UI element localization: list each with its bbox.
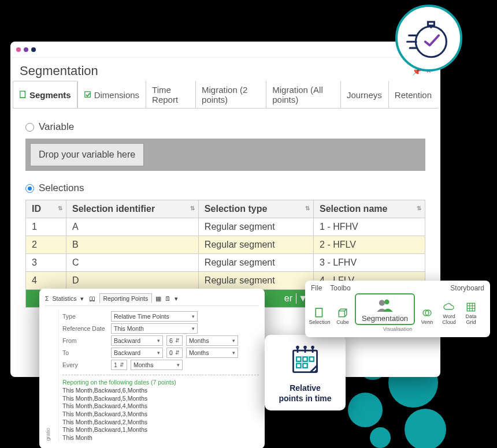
cell-name: 1 - HFHV [314, 218, 425, 236]
dimensions-icon [84, 91, 92, 99]
window-dot [31, 47, 36, 52]
ribbon-item-cube[interactable]: Cube [334, 307, 351, 325]
table-row[interactable]: 1ARegular segment1 - HFHV [26, 218, 425, 236]
sort-icon: ⇅ [305, 205, 310, 211]
tab-bar: Segments Dimensions Time Report Migratio… [13, 81, 438, 109]
tab-journeys[interactable]: Journeys [340, 81, 388, 108]
every-unit-select[interactable]: Months▾ [131, 360, 183, 370]
ribbon-item-segmentation[interactable]: Segmentation [355, 293, 415, 325]
side-label: gratio [45, 309, 59, 442]
select-value: Months [189, 349, 209, 356]
refdate-select[interactable]: This Month▾ [111, 323, 198, 334]
tab-label: Segments [29, 90, 71, 100]
ribbon-tab-storyboard[interactable]: Storyboard [450, 284, 484, 292]
col-type[interactable]: Selection type⇅ [198, 200, 313, 218]
ribbon-tab-file[interactable]: File [311, 284, 322, 292]
cell-id: 2 [26, 236, 66, 254]
report-date-item: This Month,Backward,2,Months [62, 419, 259, 427]
svg-rect-16 [296, 357, 301, 361]
calendar-icon[interactable]: 🗓 [165, 295, 171, 302]
ribbon-toolbar: File Toolbo Storyboard Selection Cube Se… [305, 281, 490, 337]
tab-migration-all[interactable]: Migration (All points) [266, 81, 340, 108]
selection-icon [314, 307, 325, 319]
field-label: To [62, 349, 107, 356]
relative-points-card: Relativepoints in time [265, 335, 346, 410]
col-name[interactable]: Selection name⇅ [314, 200, 425, 218]
from-unit-select[interactable]: Months▾ [186, 335, 238, 346]
variable-dropzone-wrap: Drop your variable here [25, 139, 425, 171]
cell-type: Regular segment [198, 236, 313, 254]
report-date-item: This Month [62, 434, 259, 442]
window-titlebar [10, 42, 440, 58]
input-value: 0 [169, 349, 173, 356]
select-value: Months [189, 337, 209, 344]
grid-icon[interactable]: ▦ [155, 295, 161, 302]
report-date-item: This Month,Backward,5,Months [62, 395, 259, 403]
tab-label: Migration (All points) [272, 85, 334, 104]
radio-variable[interactable]: Variable [25, 121, 425, 133]
stopwatch-icon [406, 16, 451, 61]
radio-selections[interactable]: Selections [25, 182, 425, 194]
to-n-input[interactable]: 0⇵ [166, 348, 183, 358]
sort-icon: ⇅ [58, 205, 62, 211]
tab-segments[interactable]: Segments [13, 81, 77, 108]
every-n-input[interactable]: 1⇵ [111, 360, 127, 370]
table-row[interactable]: 2BRegular segment2 - HFLV [26, 236, 425, 254]
cell-type: Regular segment [198, 254, 313, 272]
field-label: From [62, 337, 107, 344]
sort-icon: ⇅ [417, 205, 421, 211]
from-dir-select[interactable]: Backward▾ [111, 335, 163, 346]
col-ident[interactable]: Selection identifier⇅ [66, 200, 199, 218]
variable-dropzone[interactable]: Drop your variable here [30, 143, 144, 166]
select-value: This Month [114, 325, 144, 332]
tab-time-report[interactable]: Time Report [146, 81, 195, 108]
ribbon-label: Selection [309, 320, 330, 325]
tab-migration-2[interactable]: Migration (2 points) [195, 81, 266, 108]
to-dir-select[interactable]: Backward▾ [111, 348, 163, 358]
window-dot [16, 47, 21, 52]
report-date-item: This Month,Backward,6,Months [62, 387, 259, 395]
ribbon-item-venn[interactable]: Venn [418, 307, 436, 325]
reporting-points-tab[interactable]: Reporting Points [99, 293, 153, 303]
cell-type: Regular segment [198, 218, 313, 236]
cell-id: 3 [26, 254, 66, 272]
col-label: ID [32, 204, 41, 214]
tab-label: Journeys [347, 90, 382, 100]
ribbon-item-wordcloud[interactable]: Word Cloud [439, 301, 459, 325]
type-select[interactable]: Relative Time Points▾ [111, 311, 198, 322]
sort-icon: ⇅ [190, 205, 195, 211]
cell-id: 4 [26, 272, 66, 290]
tab-label: Dimensions [94, 90, 139, 100]
tab-label: Migration (2 points) [202, 85, 259, 104]
stats-label[interactable]: Statistics [53, 295, 77, 302]
svg-rect-17 [303, 357, 307, 361]
svg-point-14 [303, 346, 307, 349]
col-id[interactable]: ID⇅ [26, 200, 66, 218]
grid-icon [465, 301, 477, 313]
ribbon-label: Data Grid [462, 314, 480, 325]
svg-rect-22 [339, 311, 344, 316]
select-value: Backward [114, 337, 140, 344]
tab-label: Retention [395, 90, 432, 100]
ribbon-tab-toolbox[interactable]: Toolbo [330, 284, 350, 292]
svg-point-24 [379, 300, 385, 306]
svg-rect-19 [296, 364, 301, 368]
svg-point-13 [296, 346, 299, 349]
svg-rect-18 [309, 357, 313, 361]
cell-name: 3 - LFHV [314, 254, 425, 272]
ribbon-label: Cube [336, 320, 349, 325]
col-label: Selection name [320, 204, 387, 214]
col-label: Selection identifier [72, 204, 155, 214]
table-row[interactable]: 3CRegular segment3 - LFHV [26, 254, 425, 272]
from-n-input[interactable]: 6⇵ [166, 335, 183, 346]
ribbon-item-datagrid[interactable]: Data Grid [462, 301, 480, 325]
tab-dimensions[interactable]: Dimensions [77, 81, 146, 108]
ribbon-item-selection[interactable]: Selection [309, 307, 331, 325]
tab-retention[interactable]: Retention [388, 81, 438, 108]
sigma-icon: Σ [45, 295, 49, 302]
cloud-icon [443, 301, 455, 313]
window-dot [24, 47, 28, 52]
to-unit-select[interactable]: Months▾ [186, 348, 238, 358]
field-label: Reference Date [62, 325, 107, 332]
cube-icon [337, 307, 348, 319]
